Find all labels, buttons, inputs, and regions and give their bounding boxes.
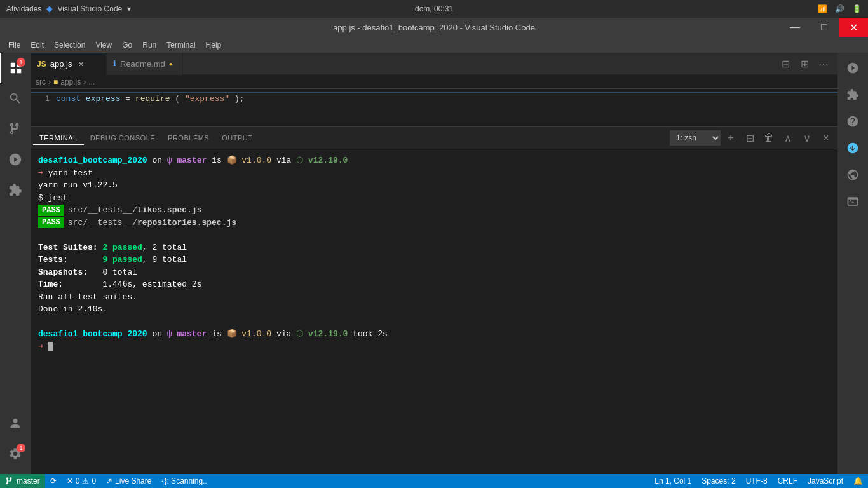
feedback-icon: 🔔 [853,477,863,485]
tab-app-js[interactable]: JS app.js × [31,53,107,75]
term-on1: on [147,154,167,167]
status-encoding[interactable]: UTF-8 [741,474,773,488]
term-snap-label: Snapshots: [38,266,102,279]
menu-selection[interactable]: Selection [49,39,90,51]
breadcrumb-src[interactable]: src [36,78,46,86]
pass-badge-1: PASS [38,205,64,216]
activity-source-control[interactable] [0,114,31,144]
menu-run[interactable]: Run [137,39,161,51]
activity-search[interactable] [0,83,31,114]
menu-file[interactable]: File [3,39,25,51]
more-actions-button[interactable]: ⋯ [815,55,832,72]
term-suites-total: , 2 total [142,241,187,254]
terminal-actions: 1: zsh + ⊟ 🗑 ∧ ∨ × [670,129,835,147]
right-icon-browser[interactable] [840,162,865,187]
terminal-close-button[interactable]: × [817,129,835,147]
close-button[interactable]: ✕ [839,18,868,37]
warning-icon: ⚠ [82,477,89,485]
terminal-tab-problems[interactable]: PROBLEMS [161,132,215,144]
terminal-new-button[interactable]: + [722,129,740,147]
right-icon-accounts[interactable] [840,55,865,81]
activity-run-debug[interactable] [0,144,31,175]
right-panel [837,53,868,474]
right-icon-question[interactable] [840,109,865,134]
activity-settings[interactable]: 1 [0,438,31,469]
menu-view[interactable]: View [90,39,117,51]
term-tests-total: , 9 total [142,254,187,266]
status-line-ending[interactable]: CRLF [773,474,803,488]
terminal-line-suites: Test Suites: 2 passed , 2 total [38,241,830,254]
term-dir2: desafio1_bootcamp_2020 [38,328,147,341]
right-icon-terminal2[interactable] [840,189,865,214]
status-sync[interactable]: ⟳ [45,474,62,488]
tab-readme-label: Readme.md [120,59,165,69]
terminal-tab-output[interactable]: OUTPUT [215,132,259,144]
term-is1: is [207,154,226,167]
activities-label[interactable]: Atividades [6,4,41,13]
terminal-chevron-down[interactable]: ∨ [798,129,816,147]
terminal-line-snapshots: Snapshots: 0 total [38,266,830,279]
terminal-cursor [48,342,53,351]
status-scanning[interactable]: {}: Scanning.. [156,474,212,488]
split-editor-button[interactable]: ⊟ [776,55,794,72]
term-on2: on [147,328,167,341]
maximize-button[interactable]: □ [810,18,839,37]
vscode-title-label[interactable]: Visual Studio Code [57,4,122,13]
status-bar: master ⟳ ✕ 0 ⚠ 0 ↗ Live Share {}: Scanni… [0,474,868,488]
terminal-line-pass1: PASS src/__tests__/likes.spec.js [38,204,830,217]
code-editor[interactable]: 1 const express = require ( "express" ); [31,89,837,127]
status-spaces-label: Spaces: 2 [702,477,735,485]
activity-account[interactable] [0,408,31,438]
term-done: Done in 2.10s. [38,303,107,316]
tab-bar-actions: ⊟ ⊞ ⋯ [776,55,837,72]
status-encoding-label: UTF-8 [746,477,768,485]
terminal-line-pass2: PASS src/__tests__/repositories.spec.js [38,217,830,229]
breadcrumb-file[interactable]: app.js [60,78,81,86]
tab-app-js-label: app.js [50,59,72,69]
tab-app-js-close[interactable]: × [78,59,83,69]
terminal-tab-terminal[interactable]: TERMINAL [33,132,84,145]
terminal-content[interactable]: desafio1_bootcamp_2020 on ψ master is 📦 … [31,149,837,474]
menu-terminal[interactable]: Terminal [161,39,200,51]
term-snap-val: 0 total [102,266,137,279]
status-errors[interactable]: ✕ 0 ⚠ 0 [62,474,101,488]
terminal-shell-selector[interactable]: 1: zsh [670,130,721,146]
activity-extensions[interactable] [0,175,31,205]
terminal-delete-button[interactable]: 🗑 [760,129,778,147]
terminal-chevron-up[interactable]: ∧ [779,129,797,147]
status-language[interactable]: JavaScript [803,474,848,488]
terminal-split-button[interactable]: ⊟ [741,129,759,147]
term-via1: via [271,154,296,167]
status-feedback[interactable]: 🔔 [848,474,868,488]
terminal-line-prompt2: desafio1_bootcamp_2020 on ψ master is 📦 … [38,328,830,341]
minimize-button[interactable]: — [780,18,810,37]
menu-go[interactable]: Go [117,39,137,51]
status-liveshare[interactable]: ↗ Live Share [101,474,156,488]
menu-edit[interactable]: Edit [25,39,49,51]
status-language-label: JavaScript [808,477,843,485]
system-bar-right: 📶 🔊 🔋 [818,4,862,13]
terminal-tabs-bar: TERMINAL DEBUG CONSOLE PROBLEMS OUTPUT 1… [31,127,837,149]
term-cmd1: yarn test [48,167,93,180]
term-branch1: master [172,154,207,167]
vscode-menu-arrow: ▾ [127,4,131,13]
term-tests-passed: 9 passed [102,254,142,266]
window-title: app.js - desafio1_bootcamp_2020 - Visual… [333,23,535,32]
status-spaces[interactable]: Spaces: 2 [696,474,740,488]
toggle-panel-button[interactable]: ⊞ [796,55,813,72]
right-icon-vscode[interactable] [840,135,865,161]
status-position[interactable]: Ln 1, Col 1 [649,474,696,488]
system-bar-left: Atividades ◈ Visual Studio Code ▾ [6,4,131,13]
status-crlf-label: CRLF [778,477,797,485]
tab-bar: JS app.js × ℹ Readme.md ● ⊟ ⊞ ⋯ [31,53,837,75]
settings-badge: 1 [17,444,25,452]
tab-readme-md[interactable]: ℹ Readme.md ● [107,53,183,75]
term-pkg-icon1: 📦 [227,154,237,167]
term-suites-label: Test Suites: [38,241,102,254]
right-icon-extensions2[interactable] [840,82,865,107]
status-branch[interactable]: master [0,474,45,488]
term-arrow2: ➜ [38,341,48,353]
activity-explorer[interactable]: 1 [0,53,31,83]
terminal-tab-debug[interactable]: DEBUG CONSOLE [84,132,161,144]
menu-help[interactable]: Help [201,39,227,51]
